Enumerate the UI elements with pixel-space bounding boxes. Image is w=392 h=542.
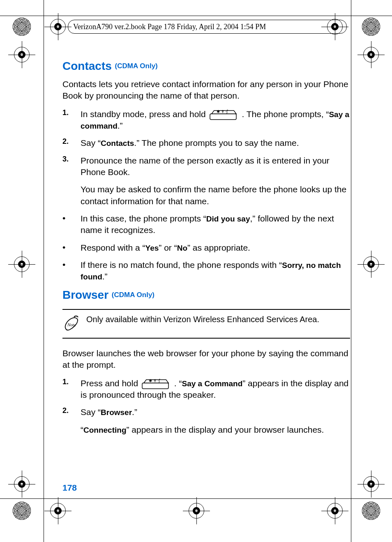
bullet-text: In this case, the phone prompts “Did you…: [81, 213, 350, 236]
bullet-text: Respond with a “Yes” or “No” as appropri…: [81, 242, 350, 254]
step-item: 3. Pronounce the name of the person exac…: [62, 155, 350, 207]
step-number: 3.: [62, 155, 81, 207]
step-item: 2. Say “Browser.” “Connecting” appears i…: [62, 406, 350, 436]
registration-mark-icon: [362, 475, 380, 494]
registration-mark-icon: [325, 501, 344, 520]
crop-line: [0, 498, 392, 499]
steps-list: 1. Press and hold ✱ ✝ ·ʃ . “Say a Comman…: [62, 378, 350, 436]
step-item: 2. Say “Contacts.” The phone prompts you…: [62, 137, 350, 149]
step-number: 1.: [62, 108, 81, 132]
phone-key-icon: ✱ ✝ ·ʃ: [141, 379, 171, 389]
printer-mark-icon: [362, 17, 380, 36]
steps-list: 1. In standby mode, press and hold ✱ ✝ ·…: [62, 108, 350, 283]
registration-mark-icon: [362, 45, 380, 64]
step-text: In standby mode, press and hold ✱ ✝ ·ʃ .…: [81, 108, 350, 132]
heading-text: Browser: [62, 288, 108, 301]
heading-text: Contacts: [62, 60, 112, 72]
svg-text:Note: Note: [67, 322, 76, 327]
heading-tag: (CDMA Only): [115, 62, 158, 70]
note-text: Only available within Verizon Wireless E…: [86, 314, 350, 334]
step-text: Say “Contacts.” The phone prompts you to…: [81, 137, 350, 149]
step-text: Press and hold ✱ ✝ ·ʃ . “Say a Command” …: [81, 378, 350, 401]
book-header: VerizonA790 ver.2.book Page 178 Friday, …: [68, 20, 347, 34]
bullet-item: • Respond with a “Yes” or “No” as approp…: [62, 242, 350, 254]
printer-mark-icon: [362, 501, 380, 520]
bullet-marker: •: [62, 213, 81, 236]
bullet-item: • If there is no match found, the phone …: [62, 259, 350, 283]
svg-rect-0: [210, 114, 236, 120]
phone-key-icon: ✱ ✝ ·ʃ: [209, 110, 239, 120]
step-item: 1. Press and hold ✱ ✝ ·ʃ . “Say a Comman…: [62, 378, 350, 401]
crop-line: [0, 16, 392, 16]
page-content: Contacts (CDMA Only) Contacts lets you r…: [62, 60, 350, 441]
registration-mark-icon: [12, 475, 31, 494]
crop-line: [351, 0, 351, 542]
document-page: VerizonA790 ver.2.book Page 178 Friday, …: [0, 0, 392, 542]
intro-paragraph: Browser launches the web browser for you…: [62, 348, 350, 371]
svg-rect-3: [142, 383, 168, 389]
registration-mark-icon: [12, 45, 31, 64]
registration-mark-icon: [48, 17, 67, 36]
bullet-text: If there is no match found, the phone re…: [81, 259, 350, 283]
intro-paragraph: Contacts lets you retrieve contact infor…: [62, 78, 350, 102]
step-item: 1. In standby mode, press and hold ✱ ✝ ·…: [62, 108, 350, 132]
registration-mark-icon: [48, 501, 67, 520]
svg-text:✱ ✝ ·ʃ: ✱ ✝ ·ʃ: [217, 109, 228, 114]
registration-mark-icon: [362, 255, 380, 274]
printer-mark-icon: [12, 17, 31, 36]
svg-text:✱ ✝ ·ʃ: ✱ ✝ ·ʃ: [149, 378, 160, 383]
printer-mark-icon: [12, 501, 31, 520]
step-text: Say “Browser.” “Connecting” appears in t…: [81, 406, 350, 436]
bullet-marker: •: [62, 242, 81, 254]
registration-mark-icon: [12, 255, 31, 274]
section-heading-browser: Browser (CDMA Only): [62, 288, 350, 302]
crop-line: [44, 0, 44, 542]
registration-mark-icon: [187, 501, 206, 520]
step-text: Pronounce the name of the person exactly…: [81, 155, 350, 207]
bullet-marker: •: [62, 259, 81, 283]
bullet-item: • In this case, the phone prompts “Did y…: [62, 213, 350, 236]
note-icon: Note: [62, 314, 86, 334]
heading-tag: (CDMA Only): [112, 291, 154, 299]
step-number: 1.: [62, 378, 81, 401]
step-number: 2.: [62, 137, 81, 149]
section-heading-contacts: Contacts (CDMA Only): [62, 60, 350, 73]
note-callout: Note Only available within Verizon Wirel…: [62, 309, 350, 339]
page-number: 178: [62, 483, 77, 493]
step-number: 2.: [62, 406, 81, 436]
